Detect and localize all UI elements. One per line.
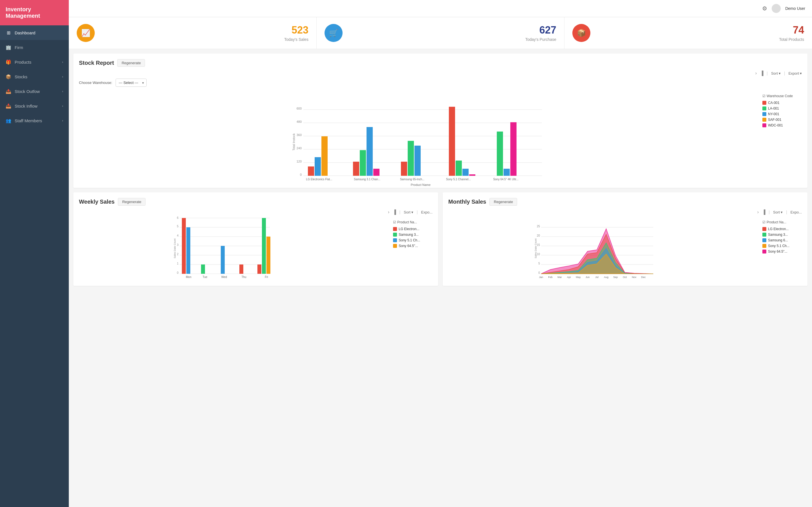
monthly-legend-samsung65: Samsung 6... — [762, 238, 802, 242]
svg-rect-28 — [462, 169, 469, 176]
svg-text:5: 5 — [177, 225, 179, 228]
monthly-legend-sony645: Sony 64.5"... — [762, 249, 802, 253]
svg-text:May: May — [576, 276, 581, 279]
weekly-legend-lg: LG Electron... — [393, 227, 433, 231]
sidebar-item-stock-outflow[interactable]: 📤 Stock Outfow › — [0, 84, 69, 99]
stock-report-section: Stock Report Regenerate › ▐ | Sort ▾ | E… — [73, 54, 808, 188]
weekly-chart-svg: 0 1 2 3 4 5 6 — [79, 217, 388, 279]
warehouse-select-wrapper: --- Select --- — [116, 78, 147, 87]
stock-report-chart: 0 120 240 360 480 600 Total Instock — [79, 91, 757, 182]
weekly-export-button[interactable]: Expo... — [421, 210, 433, 214]
svg-rect-14 — [315, 157, 321, 176]
stat-label-total-products: Total Products — [596, 37, 804, 42]
svg-text:Jun: Jun — [586, 276, 590, 279]
svg-text:6: 6 — [177, 216, 179, 219]
sidebar-label-dashboard: Dashboard — [15, 31, 35, 35]
weekly-chevron-icon[interactable]: › — [388, 210, 389, 215]
svg-rect-24 — [414, 146, 421, 176]
monthly-export-button[interactable]: Expo... — [791, 210, 802, 214]
svg-rect-56 — [221, 246, 225, 274]
sidebar-item-stocks[interactable]: 📦 Stocks › — [0, 69, 69, 84]
legend-item-ca001: CA-001 — [762, 101, 802, 105]
weekly-regenerate-button[interactable]: Regenerate — [118, 198, 146, 206]
svg-rect-27 — [456, 161, 462, 176]
sidebar: Inventory Management ⊞ Dashboard 🏢 Firm … — [0, 0, 69, 507]
monthly-sales-header: Monthly Sales Regenerate — [448, 198, 802, 206]
svg-text:0: 0 — [538, 271, 540, 274]
monthly-legend: ☑ Product Na... LG Electron... Samsung 3… — [762, 217, 802, 280]
svg-rect-26 — [449, 107, 455, 176]
weekly-legend-sony645: Sony 64.5"... — [393, 244, 433, 248]
chevron-icon-products: › — [62, 60, 63, 64]
monthly-sort-button[interactable]: Sort ▾ — [773, 210, 783, 214]
legend-item-saf001: SAF-001 — [762, 118, 802, 122]
export-button[interactable]: Export ▾ — [788, 71, 802, 75]
weekly-legend-samsung3: Samsung 3... — [393, 233, 433, 237]
svg-rect-18 — [360, 150, 366, 176]
svg-text:Total Instock: Total Instock — [292, 133, 296, 151]
svg-text:Thu: Thu — [241, 276, 246, 279]
monthly-regenerate-button[interactable]: Regenerate — [490, 198, 517, 206]
sidebar-item-stock-inflow[interactable]: 📥 Stock Inflow › — [0, 99, 69, 113]
sidebar-item-staff[interactable]: 👥 Staff Members › — [0, 113, 69, 128]
sidebar-item-products[interactable]: 🎁 Products › — [0, 55, 69, 69]
svg-text:Product Name: Product Name — [411, 183, 430, 186]
monthly-legend-title: ☑ Product Na... — [762, 220, 802, 224]
main-content: ⚙ Demo User 📈 523 Today's Sales 🛒 627 To… — [69, 0, 812, 507]
svg-text:360: 360 — [297, 133, 302, 136]
svg-text:600: 600 — [297, 107, 302, 110]
bar-chart-icon[interactable]: ▐ — [760, 71, 763, 76]
svg-rect-15 — [321, 136, 327, 176]
svg-rect-23 — [408, 141, 414, 176]
chevron-icon-staff: › — [62, 119, 63, 122]
svg-text:Samsung 3.1 Chan...: Samsung 3.1 Chan... — [354, 178, 380, 181]
stock-report-regenerate-button[interactable]: Regenerate — [117, 59, 145, 67]
sidebar-label-stock-outflow: Stock Outfow — [15, 89, 40, 94]
stats-row: 📈 523 Today's Sales 🛒 627 Today's Purcha… — [69, 17, 812, 49]
weekly-bar-icon[interactable]: ▐ — [393, 210, 396, 215]
svg-text:20: 20 — [537, 234, 540, 237]
monthly-chart-area: 0 5 10 15 20 25 Sales Date Count — [448, 217, 802, 280]
svg-text:0: 0 — [300, 173, 302, 176]
sort-button[interactable]: Sort ▾ — [771, 71, 781, 75]
stat-info-total-products: 74 Total Products — [596, 24, 804, 42]
chevron-right-icon[interactable]: › — [755, 71, 757, 76]
weekly-legend-sony51: Sony 5.1 Ch... — [393, 238, 433, 242]
svg-text:Nov: Nov — [632, 276, 637, 279]
sidebar-item-dashboard[interactable]: ⊞ Dashboard — [0, 25, 69, 40]
monthly-chevron-icon[interactable]: › — [757, 210, 759, 215]
sidebar-label-staff: Staff Members — [15, 118, 42, 123]
sidebar-icon-stock-inflow: 📥 — [6, 103, 11, 109]
svg-text:Jan: Jan — [539, 276, 543, 279]
svg-text:2: 2 — [177, 252, 179, 256]
sidebar-label-stock-inflow: Stock Inflow — [15, 104, 38, 108]
stock-report-title: Stock Report — [79, 60, 114, 66]
warehouse-selector-row: Choose Warehouse: --- Select --- — [79, 78, 802, 87]
stat-card-total-products: 📦 74 Total Products — [564, 17, 812, 49]
sidebar-item-firm[interactable]: 🏢 Firm — [0, 40, 69, 55]
svg-text:240: 240 — [297, 147, 302, 150]
svg-text:Samsung 65-Inch...: Samsung 65-Inch... — [400, 178, 424, 181]
warehouse-label: Choose Warehouse: — [79, 80, 112, 85]
stat-card-today-purchase: 🛒 627 Today's Purchase — [317, 17, 564, 49]
svg-text:10: 10 — [537, 252, 540, 256]
sidebar-label-firm: Firm — [15, 45, 23, 50]
svg-rect-20 — [373, 169, 379, 176]
settings-icon[interactable]: ⚙ — [762, 5, 767, 12]
weekly-sort-button[interactable]: Sort ▾ — [404, 210, 413, 214]
svg-text:Fri: Fri — [265, 276, 268, 279]
chevron-icon-stock-inflow: › — [62, 104, 63, 108]
svg-text:1: 1 — [177, 262, 179, 265]
monthly-bar-icon[interactable]: ▐ — [762, 210, 765, 215]
sidebar-label-products: Products — [15, 60, 31, 64]
toolbar-separator: | — [767, 71, 768, 75]
chevron-icon-stocks: › — [62, 75, 63, 78]
legend-title: ☑ Warehouse Code — [762, 94, 802, 98]
svg-text:Sep: Sep — [613, 276, 618, 279]
topbar: ⚙ Demo User — [69, 0, 812, 17]
svg-text:0: 0 — [177, 271, 179, 274]
monthly-sales-title: Monthly Sales — [448, 199, 486, 205]
warehouse-select[interactable]: --- Select --- — [116, 78, 147, 87]
svg-text:Aug: Aug — [604, 276, 608, 279]
svg-text:Tue: Tue — [203, 276, 207, 279]
